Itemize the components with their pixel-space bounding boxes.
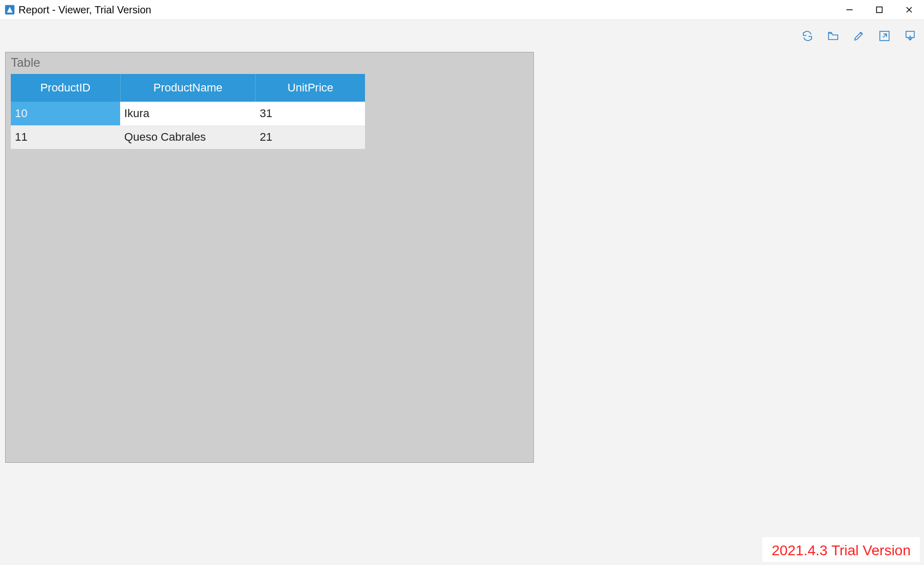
svg-rect-2 — [877, 7, 882, 13]
title-bar: Report - Viewer, Trial Version — [0, 0, 924, 20]
table-body: 10 Ikura 31 11 Queso Cabrales 21 — [11, 102, 365, 149]
refresh-icon[interactable] — [801, 29, 814, 43]
cell-unitprice: 21 — [256, 125, 365, 149]
edit-icon[interactable] — [852, 29, 865, 43]
cell-productname: Queso Cabrales — [120, 125, 256, 149]
download-icon[interactable] — [903, 29, 917, 43]
window-title: Report - Viewer, Trial Version — [18, 4, 151, 16]
report-panel: Table ProductID ProductName UnitPrice 10… — [5, 52, 534, 463]
window-controls — [835, 0, 924, 20]
export-icon[interactable] — [878, 29, 891, 43]
data-table: ProductID ProductName UnitPrice 10 Ikura… — [11, 74, 365, 149]
workspace: Table ProductID ProductName UnitPrice 10… — [0, 20, 924, 565]
app-icon — [4, 4, 15, 15]
cell-productid: 10 — [11, 102, 120, 125]
column-header-unitprice[interactable]: UnitPrice — [256, 74, 365, 102]
app-window: Report - Viewer, Trial Version — [0, 0, 924, 565]
table-header-row: ProductID ProductName UnitPrice — [11, 74, 365, 102]
cell-unitprice: 31 — [256, 102, 365, 125]
table-row[interactable]: 10 Ikura 31 — [11, 102, 365, 125]
trial-watermark: 2021.4.3 Trial Version — [762, 537, 920, 562]
cell-productname: Ikura — [120, 102, 256, 125]
cell-productid: 11 — [11, 125, 120, 149]
minimize-button[interactable] — [835, 0, 864, 20]
panel-title: Table — [6, 52, 533, 74]
column-header-productid[interactable]: ProductID — [11, 74, 120, 102]
close-button[interactable] — [894, 0, 924, 20]
open-icon[interactable] — [826, 29, 840, 43]
table-row[interactable]: 11 Queso Cabrales 21 — [11, 125, 365, 149]
column-header-productname[interactable]: ProductName — [120, 74, 256, 102]
maximize-button[interactable] — [864, 0, 894, 20]
toolbar — [801, 29, 917, 43]
